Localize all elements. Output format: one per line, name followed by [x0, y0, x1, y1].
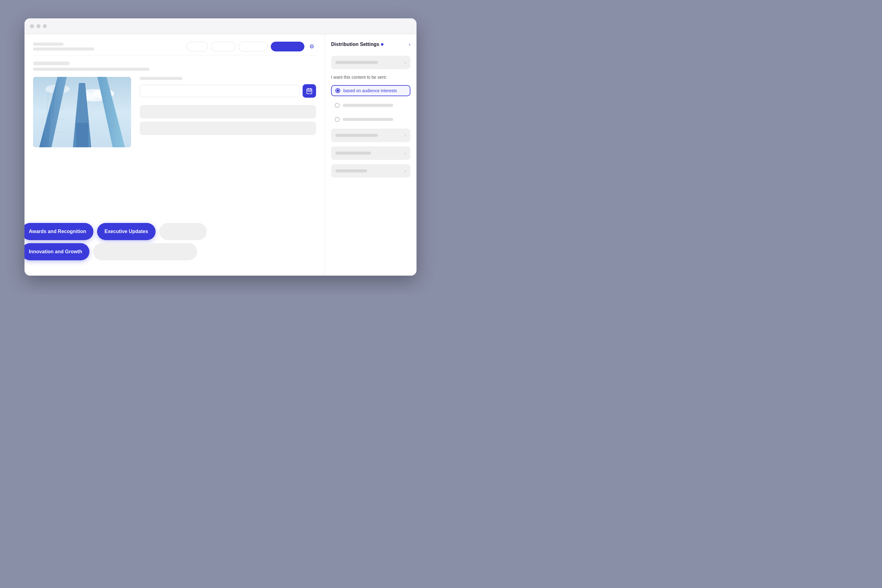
sidebar-chevron-2: › [405, 133, 406, 138]
sidebar-title-row: Distribution Settings [331, 42, 383, 47]
sidebar-chevron-4: › [405, 168, 406, 173]
sidebar-title: Distribution Settings [331, 42, 379, 47]
main-area: ⚙ [24, 34, 417, 276]
tag-awards[interactable]: Awards and Recognition [24, 223, 93, 240]
content-heading [33, 62, 316, 71]
nav-placeholder-medium [33, 48, 94, 51]
sidebar-chevron-3: › [405, 151, 406, 156]
nav-left [33, 43, 94, 51]
sidebar: Distribution Settings › › I want this co… [325, 34, 417, 276]
nav-pill-3[interactable] [238, 42, 268, 51]
browser-window: ⚙ [24, 18, 417, 276]
traffic-light-maximize[interactable] [43, 24, 47, 28]
calendar-icon [306, 88, 313, 94]
svg-rect-22 [309, 91, 310, 92]
sidebar-chevron-right[interactable]: › [409, 42, 410, 47]
distribution-label: I want this content to be sent: [331, 75, 410, 80]
radio-label-audience: based on audience interests [343, 88, 397, 93]
heading-placeholder-1 [33, 62, 70, 65]
sub-placeholder-1 [140, 105, 316, 118]
svg-rect-23 [310, 91, 311, 92]
radio-empty-3 [335, 117, 340, 122]
title-bar [24, 18, 417, 34]
sidebar-item-3[interactable]: › [331, 146, 410, 160]
nav-bar: ⚙ [33, 42, 316, 56]
building-svg [33, 77, 131, 147]
nav-pill-2[interactable] [211, 42, 236, 51]
sidebar-dot [381, 43, 383, 46]
tags-container: Awards and Recognition Executive Updates… [24, 223, 207, 263]
traffic-lights [30, 24, 47, 28]
nav-right: ⚙ [186, 42, 316, 51]
heading-placeholder-2 [33, 68, 150, 71]
sidebar-header: Distribution Settings › [331, 42, 410, 51]
content-row [33, 77, 316, 147]
settings-icon[interactable]: ⚙ [308, 42, 316, 51]
right-placeholder-1 [140, 77, 183, 80]
content-image [33, 77, 131, 147]
content-right [140, 77, 316, 147]
radio-placeholder-3 [343, 118, 393, 121]
sidebar-chevron-1: › [405, 60, 406, 65]
tags-row-1: Awards and Recognition Executive Updates [24, 223, 207, 240]
nav-pill-active[interactable] [271, 42, 304, 51]
tags-row-2: Innovation and Growth [24, 243, 207, 260]
radio-empty-2 [335, 103, 340, 108]
radio-placeholder-2 [343, 104, 393, 107]
sidebar-item-3-bar [335, 152, 371, 154]
sidebar-item-2-bar [335, 134, 378, 137]
radio-option-2[interactable] [331, 100, 410, 110]
radio-filled [335, 88, 340, 93]
tag-placeholder-2 [93, 243, 197, 260]
svg-rect-15 [76, 123, 88, 147]
tag-innovation[interactable]: Innovation and Growth [24, 243, 89, 260]
sidebar-item-4[interactable]: › [331, 164, 410, 178]
sidebar-item-4-bar [335, 170, 367, 172]
nav-pill-1[interactable] [186, 42, 208, 51]
radio-option-3[interactable] [331, 114, 410, 124]
svg-rect-21 [308, 91, 309, 92]
nav-placeholder-short [33, 43, 64, 46]
traffic-light-close[interactable] [30, 24, 34, 28]
sidebar-item-2[interactable]: › [331, 129, 410, 142]
radio-option-audience[interactable]: based on audience interests [331, 85, 410, 96]
tag-placeholder-1 [159, 223, 207, 240]
date-input[interactable] [140, 85, 300, 97]
traffic-light-minimize[interactable] [36, 24, 40, 28]
tag-executive[interactable]: Executive Updates [97, 223, 155, 240]
calendar-button[interactable] [303, 84, 316, 98]
date-input-row [140, 84, 316, 98]
sub-placeholders [140, 105, 316, 135]
sidebar-item-1[interactable]: › [331, 56, 410, 69]
content-panel: ⚙ [24, 34, 325, 276]
sub-placeholder-2 [140, 122, 316, 135]
sidebar-item-1-bar [335, 61, 378, 64]
